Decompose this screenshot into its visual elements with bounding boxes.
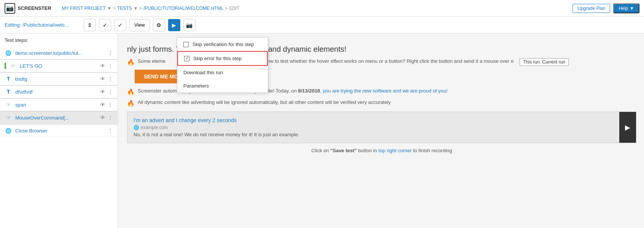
top-bar-right: Upgrade Plan Help ▼: [572, 3, 639, 13]
main-layout: Test steps: 🌐 demo.screenster.io/public/…: [0, 33, 644, 228]
eye-icon-6[interactable]: 👁: [100, 115, 105, 121]
fire-icon-1: 🔥: [127, 59, 135, 66]
step-actions-7: ⋮: [108, 128, 113, 134]
chevron-down-icon: ▼: [630, 6, 634, 11]
step-label-4: dfvdfvdf: [15, 89, 97, 95]
eye-icon-5[interactable]: 👁: [100, 102, 105, 108]
breadcrumb-tests[interactable]: TESTS: [117, 6, 132, 11]
step-label-5: span: [15, 102, 97, 108]
skip-verification-item[interactable]: Skip verification for this step: [177, 38, 268, 51]
dots-icon-1[interactable]: ⋮: [108, 50, 113, 56]
skip-verification-checkbox[interactable]: [183, 42, 189, 47]
cursor-icon-6: ☞: [5, 115, 12, 121]
step-actions-4: 👁 ⋮: [100, 89, 113, 95]
step-actions-1: ⋮: [108, 50, 113, 56]
step-label-1: demo.screenster.io/public/tut...: [15, 50, 105, 56]
breadcrumb-path[interactable]: /PUBLIC/TUTORIAL/WELCOME.HTML: [143, 6, 223, 11]
cursor-icon-5: ☞: [5, 102, 12, 108]
globe-icon: 🌐: [134, 125, 139, 130]
upgrade-plan-button[interactable]: Upgrade Plan: [572, 4, 610, 13]
step-item-5[interactable]: ☞ span 👁 ⋮: [0, 99, 118, 111]
top-bar: 📷 SCREENSTER MY FIRST PROJECT ▼ > TESTS …: [0, 0, 644, 17]
fire-icon-3: 🔥: [127, 100, 135, 107]
run-badge: This run: Current run: [520, 58, 569, 66]
parameters-item[interactable]: Parameters: [177, 79, 268, 92]
fire-icon-2: 🔥: [127, 88, 135, 96]
advert-desc: No, it is not a real one! We do not rece…: [134, 132, 630, 137]
breadcrumb-project[interactable]: MY FIRST PROJECT: [62, 6, 106, 11]
cursor-icon-2: ☞: [9, 63, 17, 69]
fire-row3-text: All dynamic content like advertising wil…: [138, 99, 391, 105]
browser-icon: 🌐: [5, 50, 12, 56]
skip-error-item[interactable]: Skip error for this step: [177, 51, 268, 66]
step-actions-3: 👁 ⋮: [100, 76, 113, 82]
dots-icon-2[interactable]: ⋮: [108, 63, 113, 69]
eye-icon-3[interactable]: 👁: [100, 76, 105, 82]
step-label-3: bsdtg: [15, 76, 97, 82]
editing-label: Editing: /Public/tutorial/welc...: [5, 22, 81, 28]
dots-icon-4[interactable]: ⋮: [108, 89, 113, 95]
eye-icon-4[interactable]: 👁: [100, 89, 105, 95]
sidebar-title: Test steps:: [0, 33, 118, 47]
step-label-6: MouseOverCommand[...: [15, 115, 97, 121]
dots-icon-3[interactable]: ⋮: [108, 76, 113, 82]
advert-arrow-button[interactable]: ▶: [619, 112, 636, 143]
text-icon-3: T: [5, 76, 12, 82]
step-item-3[interactable]: T bsdtg 👁 ⋮: [0, 73, 118, 85]
step-item-6[interactable]: ☞ MouseOverCommand[... 👁 ⋮: [0, 112, 118, 124]
app-name: SCREENSTER: [17, 5, 51, 11]
skip-error-checkbox[interactable]: [184, 56, 189, 61]
fire-row2-date: 8/13/2018: [298, 88, 320, 94]
advert-box: I'm an advert and I change every 2 secon…: [127, 112, 636, 143]
skip-verification-label: Skip verification for this step: [192, 41, 254, 47]
dots-icon-7[interactable]: ⋮: [108, 128, 113, 134]
logo-icon: 📷: [5, 3, 15, 14]
play-button[interactable]: ▶: [168, 19, 180, 31]
check2-button[interactable]: ✓: [114, 19, 126, 31]
logo: 📷 SCREENSTER: [5, 3, 51, 14]
advert-url: 🌐 example.com: [134, 125, 630, 130]
step-actions-5: 👁 ⋮: [100, 102, 113, 108]
download-run-label: Download this run: [183, 70, 223, 75]
dropdown-menu: Skip verification for this step Skip err…: [177, 37, 268, 93]
browser-icon-7: 🌐: [5, 128, 12, 134]
save-test-note: Click on "Save test" button in top right…: [127, 148, 636, 153]
camera-button[interactable]: 📷: [183, 19, 196, 31]
step-label-2: LET'S GO: [20, 63, 97, 69]
fire-row-3: 🔥 All dynamic content like advertising w…: [127, 99, 636, 107]
top-bar-left: 📷 SCREENSTER MY FIRST PROJECT ▼ > TESTS …: [5, 3, 240, 14]
download-run-item[interactable]: Download this run: [177, 66, 268, 79]
eye-icon-2[interactable]: 👁: [100, 63, 105, 69]
step-item-2[interactable]: ☞ LET'S GO 👁 ⋮: [0, 60, 118, 72]
skip-error-label: Skip error for this step: [193, 56, 242, 61]
breadcrumb: MY FIRST PROJECT ▼ > TESTS ▼ > /PUBLIC/T…: [62, 6, 240, 11]
view-button[interactable]: View: [129, 19, 150, 31]
help-button[interactable]: Help ▼: [613, 3, 639, 13]
dots-icon-6[interactable]: ⋮: [108, 115, 113, 121]
move-button[interactable]: ⇕: [84, 19, 96, 31]
step-item-4[interactable]: T dfvdfvdf 👁 ⋮: [0, 86, 118, 98]
dots-icon-5[interactable]: ⋮: [108, 102, 113, 108]
content-area: Skip verification for this step Skip err…: [118, 33, 644, 228]
step-item-1[interactable]: 🌐 demo.screenster.io/public/tut... ⋮: [0, 47, 118, 59]
text-icon-4: T: [5, 89, 12, 95]
fire-row2-suffix: , you are trying the new software and we…: [320, 88, 447, 94]
step-actions-2: 👁 ⋮: [100, 63, 113, 69]
step-actions-6: 👁 ⋮: [100, 115, 113, 121]
step-label-7: Close Browser: [15, 128, 105, 134]
advert-title: I'm an advert and I change every 2 secon…: [134, 117, 630, 123]
check-button[interactable]: ✓: [99, 19, 111, 31]
step-item-7[interactable]: 🌐 Close Browser ⋮: [0, 124, 118, 137]
sub-toolbar: Editing: /Public/tutorial/welc... ⇕ ✓ ✓ …: [0, 17, 644, 33]
sidebar: Test steps: 🌐 demo.screenster.io/public/…: [0, 33, 118, 228]
settings-button[interactable]: ⚙: [153, 19, 165, 31]
parameters-label: Parameters: [183, 83, 209, 89]
green-bar-2: [5, 63, 6, 69]
breadcrumb-action: EDIT: [229, 6, 239, 11]
